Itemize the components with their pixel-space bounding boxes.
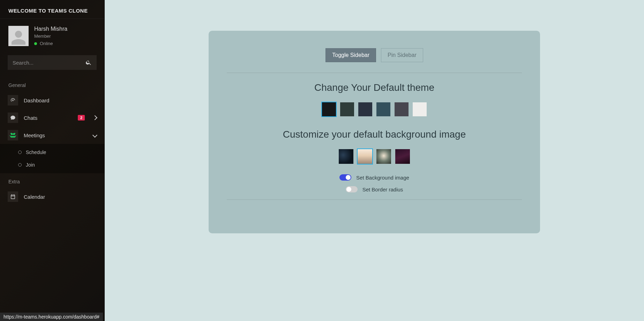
nav-calendar[interactable]: Calendar (0, 188, 104, 205)
toggle-set-bg[interactable] (339, 174, 351, 181)
subnav-join-label: Join (26, 162, 35, 168)
profile-status: Online (34, 41, 67, 46)
search-input[interactable] (13, 60, 76, 66)
toggle-sidebar-button[interactable]: Toggle Sidebar (325, 48, 376, 62)
sidebar: WELCOME TO TEAMS CLONE Harsh Mishra Memb… (0, 0, 105, 321)
search-icon[interactable] (85, 59, 92, 66)
divider (0, 19, 104, 19)
chevron-down-icon (92, 133, 97, 138)
background-thumbnails (227, 149, 522, 164)
user-icon (10, 29, 27, 46)
nav-meetings[interactable]: Meetings (0, 126, 104, 144)
subnav-join[interactable]: Join (0, 159, 104, 171)
chat-icon (10, 115, 16, 121)
background-thumb-1[interactable] (358, 149, 372, 164)
nav-calendar-label: Calendar (24, 194, 97, 200)
divider (227, 199, 522, 200)
main-area: Toggle Sidebar Pin Sidebar Change Your D… (105, 0, 644, 321)
handshake-icon (9, 133, 16, 138)
theme-heading: Change Your Default theme (227, 82, 522, 93)
nav-dashboard[interactable]: Dashboard (0, 92, 104, 109)
theme-swatches (227, 102, 522, 116)
nav-chats-label: Chats (24, 115, 72, 121)
toggle-set-bg-label: Set Background image (356, 175, 409, 181)
status-bar-url: https://m-teams.herokuapp.com/dashboard# (0, 313, 103, 321)
nav-meetings-label: Meetings (24, 132, 88, 138)
toggle-set-bg-row: Set Background image (339, 174, 409, 181)
calendar-icon (10, 194, 16, 199)
section-general-label: General (0, 77, 104, 92)
pin-sidebar-button[interactable]: Pin Sidebar (381, 48, 423, 62)
gauge-icon (10, 97, 16, 103)
theme-swatch-2[interactable] (358, 102, 372, 116)
profile-status-text: Online (40, 41, 53, 46)
bg-heading: Customize your default background image (227, 129, 522, 140)
toggles-group: Set Background image Set Border radius (227, 174, 522, 192)
background-thumb-0[interactable] (339, 149, 353, 164)
bullet-icon (18, 163, 22, 167)
theme-swatch-0[interactable] (322, 102, 336, 116)
divider (227, 73, 522, 73)
subnav-schedule[interactable]: Schedule (0, 146, 104, 159)
status-dot-icon (34, 42, 37, 45)
profile-name: Harsh Mishra (34, 26, 67, 32)
background-thumb-2[interactable] (376, 149, 391, 164)
theme-swatch-5[interactable] (413, 102, 427, 116)
theme-swatch-1[interactable] (340, 102, 354, 116)
profile-block: Harsh Mishra Member Online (0, 21, 104, 52)
nav-dashboard-label: Dashboard (24, 97, 97, 103)
search-box[interactable] (8, 55, 97, 70)
bullet-icon (18, 151, 22, 154)
theme-swatch-3[interactable] (376, 102, 390, 116)
sidebar-toggle-buttons: Toggle Sidebar Pin Sidebar (227, 48, 522, 62)
toggle-border-radius-row: Set Border radius (346, 186, 403, 192)
subnav-schedule-label: Schedule (26, 149, 46, 155)
nav-chats[interactable]: Chats 2 (0, 109, 104, 126)
toggle-border-radius-label: Set Border radius (362, 187, 403, 192)
avatar[interactable] (8, 26, 29, 46)
meetings-submenu: Schedule Join (0, 144, 104, 173)
app-title: WELCOME TO TEAMS CLONE (0, 0, 104, 19)
chevron-right-icon (92, 115, 97, 120)
theme-settings-card: Toggle Sidebar Pin Sidebar Change Your D… (209, 31, 540, 233)
section-extra-label: Extra (0, 173, 104, 188)
chats-badge: 2 (78, 115, 85, 121)
background-thumb-3[interactable] (395, 149, 410, 164)
theme-swatch-4[interactable] (395, 102, 409, 116)
profile-role: Member (34, 34, 67, 39)
toggle-border-radius[interactable] (346, 186, 358, 192)
profile-info: Harsh Mishra Member Online (34, 26, 67, 46)
